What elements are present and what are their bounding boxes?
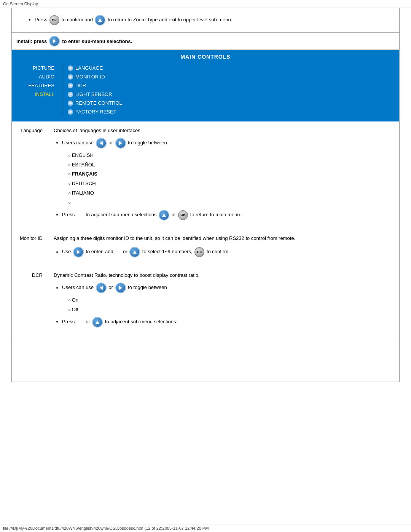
- menu-item-picture: PICTURE: [31, 64, 56, 72]
- dcr-off: Off: [68, 306, 393, 314]
- dot-icon: ◉: [68, 66, 73, 71]
- footer-text: file:///D|/My%20Documents/dfu/420WN6/eng…: [3, 526, 209, 530]
- monitor-id-label: Monitor ID: [12, 229, 46, 266]
- left-button-icon: [96, 283, 107, 293]
- page-title-bar: On Screen Display: [0, 0, 411, 8]
- language-bullet-1: Users can use or to toggle between ENGLI…: [62, 138, 393, 207]
- controls-left-menu: PICTURE AUDIO FEATURES INSTALL: [18, 64, 60, 115]
- right-button-icon: [115, 283, 126, 293]
- up-button-icon: [92, 317, 103, 328]
- ok-button-icon: OK: [194, 247, 204, 257]
- monitor-id-content: Assigning a three digits monitor ID to t…: [46, 229, 399, 266]
- top-section: Press OK to confirm and to return to Zoo…: [12, 8, 399, 33]
- sub-item-language: ◉ LANGUAGE: [68, 64, 122, 72]
- sub-item-monitor-id: ◉ MONITOR ID: [68, 73, 122, 80]
- controls-divider: [63, 64, 63, 115]
- language-row: Language Choices of languages in user in…: [12, 121, 399, 229]
- lang-espanol: ESPAÑOL: [68, 161, 393, 169]
- lang-english: ENGLISH: [68, 152, 393, 160]
- sub-item-remote-control: ◉ REMOTE CONTROL: [68, 99, 122, 107]
- dcr-options-list: On Off: [62, 296, 393, 314]
- dcr-desc: Dynamic Contrast Ratio, technology to bo…: [54, 272, 393, 280]
- up-button-icon: [129, 247, 140, 257]
- dot-icon: ◉: [68, 83, 73, 88]
- menu-item-features: FEATURES: [27, 82, 56, 89]
- ok-button-icon: OK: [178, 210, 188, 220]
- monitor-id-row: Monitor ID Assigning a three digits moni…: [12, 229, 399, 267]
- language-desc: Choices of languages in user interfaces.: [54, 127, 393, 135]
- dot-icon: ◉: [68, 101, 73, 106]
- dot-icon: ◉: [68, 74, 73, 80]
- sub-item-factory-reset: ◉ FACTORY RESET: [68, 108, 122, 115]
- right-button-icon: [49, 36, 60, 46]
- up-button-icon: [95, 15, 105, 26]
- sub-item-light-sensor: ◉ LIGHT SENSOR: [68, 91, 122, 98]
- dcr-label: DCR: [12, 266, 46, 335]
- controls-right-menu: ◉ LANGUAGE ◉ MONITOR ID ◉ DCR ◉ LIGHT SE…: [66, 64, 122, 115]
- lang-empty: [68, 199, 393, 207]
- main-content: Press OK to confirm and to return to Zoo…: [11, 8, 400, 382]
- dcr-bullet-1: Users can use or to toggle between On Of…: [62, 283, 393, 314]
- lang-italiano: ITALIANO: [68, 189, 393, 197]
- lang-francais: FRANÇAIS: [68, 170, 393, 178]
- language-content: Choices of languages in user interfaces.…: [46, 121, 399, 229]
- ok-button-icon: OK: [49, 15, 59, 25]
- language-label: Language: [12, 121, 46, 229]
- main-controls-container: MAIN CONTROLS PICTURE AUDIO FEATURES INS…: [12, 50, 399, 121]
- footer: file:///D|/My%20Documents/dfu/420WN6/eng…: [0, 524, 411, 532]
- lang-deutsch: DEUTSCH: [68, 180, 393, 188]
- page-title: On Screen Display: [3, 2, 38, 6]
- main-controls-title: MAIN CONTROLS: [18, 54, 393, 60]
- dcr-on: On: [68, 296, 393, 304]
- dot-icon: ◉: [68, 109, 73, 115]
- monitor-id-bullet-1: Use to enter, and or to select 1~9 numbe…: [62, 247, 393, 257]
- top-bullet-1: Press OK to confirm and to return to Zoo…: [35, 15, 392, 26]
- language-list: ENGLISH ESPAÑOL FRANÇAIS DEUTSCH ITALIAN…: [62, 152, 393, 207]
- language-bullet-2: Press to adjacent sub-menu selections or…: [62, 210, 393, 220]
- up-button-icon: [159, 210, 169, 220]
- install-header: Install: press to enter sub-menu selecti…: [12, 33, 399, 50]
- right-button-icon: [73, 247, 84, 257]
- left-button-icon: [96, 138, 107, 149]
- menu-item-install: INSTALL: [33, 91, 56, 98]
- dcr-content: Dynamic Contrast Ratio, technology to bo…: [46, 266, 399, 335]
- sub-item-dcr: ◉ DCR: [68, 82, 122, 89]
- right-button-icon: [115, 138, 126, 149]
- menu-item-audio: AUDIO: [37, 73, 56, 80]
- dcr-row: DCR Dynamic Contrast Ratio, technology t…: [12, 266, 399, 336]
- empty-bottom: [12, 336, 399, 382]
- monitor-id-desc: Assigning a three digits monitor ID to t…: [54, 235, 393, 243]
- controls-grid: PICTURE AUDIO FEATURES INSTALL ◉ LANGUAG…: [18, 64, 393, 115]
- dcr-bullet-2: Press or to adjacent sub-menu selections…: [62, 317, 393, 328]
- dot-icon: ◉: [68, 92, 73, 97]
